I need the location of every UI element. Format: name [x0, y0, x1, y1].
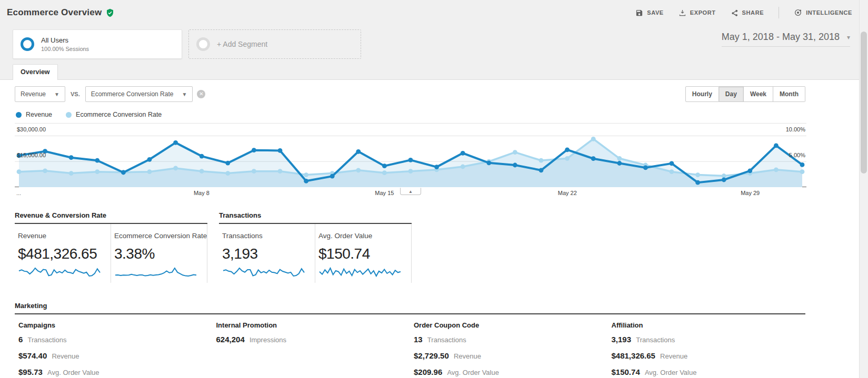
intelligence-label: INTELLIGENCE [806, 9, 852, 16]
save-icon [635, 9, 643, 17]
secondary-metric-label: Ecommerce Conversion Rate [91, 90, 174, 98]
scorecard-value: $150.74 [318, 246, 406, 262]
y-axis-tick-right-10: 10.00% [786, 126, 805, 132]
marketing-col-title: Internal Promotion [216, 321, 411, 329]
chart-plot-area[interactable]: $30,000.00 $15,000.00 10.00% 5.00% [15, 123, 806, 187]
granularity-toggle: Hourly Day Week Month [685, 86, 805, 102]
primary-metric-select[interactable]: Revenue ▼ [15, 86, 65, 102]
metric-row[interactable]: 6 Transactions [18, 335, 213, 344]
sparkline [18, 266, 101, 278]
metric-unit: Revenue [660, 352, 687, 360]
metric-row[interactable]: $150.74 Avg. Order Value [612, 367, 806, 376]
metric-row[interactable]: $574.40 Revenue [18, 351, 213, 360]
group-title: Revenue & Conversion Rate [15, 211, 207, 224]
metric-row[interactable]: $95.73 Avg. Order Value [18, 367, 213, 376]
metric-unit: Avg. Order Value [47, 369, 99, 376]
sparkline [114, 266, 197, 278]
marketing-col-title: Campaigns [18, 321, 213, 329]
date-range-picker[interactable]: May 1, 2018 - May 31, 2018 ▾ [722, 32, 850, 47]
scorecard-revenue[interactable]: Revenue $481,326.65 [15, 224, 111, 283]
vs-label: VS. [71, 91, 80, 97]
main-chart: $30,000.00 $15,000.00 10.00% 5.00% ... M… [15, 123, 806, 198]
vertical-scrollbar[interactable] [859, 0, 868, 378]
legend-conversion-label: Ecommerce Conversion Rate [76, 111, 162, 118]
metric-unit: Transactions [427, 336, 466, 344]
scorecard-section: Revenue & Conversion Rate Revenue $481,3… [15, 211, 868, 283]
tab-overview[interactable]: Overview [13, 64, 58, 80]
x-tick-may15: May 15 [375, 190, 394, 196]
remove-metric-icon[interactable]: ✕ [197, 90, 205, 98]
scorecard-avg-order-value[interactable]: Avg. Order Value $150.74 [315, 224, 412, 283]
granularity-month-button[interactable]: Month [773, 86, 805, 102]
marketing-section: Marketing Campaigns 6 Transactions $574.… [15, 302, 805, 378]
add-segment-label: + Add Segment [217, 40, 267, 48]
share-button[interactable]: SHARE [731, 9, 764, 17]
metric-row[interactable]: 624,204 Impressions [216, 335, 411, 344]
intelligence-icon [794, 8, 802, 17]
scorecard-value: 3.38% [114, 246, 202, 262]
marketing-col-internal-promotion: Internal Promotion 624,204 Impressions [213, 321, 411, 378]
scorecard-label: Revenue [18, 232, 105, 240]
conversion-dot-icon [66, 112, 72, 118]
y-axis-tick-left-15000: $15,000.00 [17, 152, 46, 158]
y-axis-tick-left-30000: $30,000.00 [17, 126, 46, 132]
marketing-title: Marketing [15, 302, 805, 314]
metric-row[interactable]: 13 Transactions [414, 335, 608, 344]
x-tick-may22: May 22 [558, 190, 577, 196]
scorecard-label: Avg. Order Value [318, 232, 406, 240]
metric-unit: Transactions [28, 336, 67, 344]
share-icon [731, 9, 739, 17]
add-segment-ring-icon [196, 37, 210, 51]
secondary-metric-select[interactable]: Ecommerce Conversion Rate ▼ [85, 86, 193, 102]
chevron-down-icon: ▼ [182, 91, 187, 97]
date-caret-icon: ▾ [847, 34, 850, 41]
metric-unit: Impressions [250, 336, 286, 344]
chart-collapse-handle[interactable]: ▲ [400, 188, 421, 195]
verified-shield-icon [106, 8, 114, 17]
group-title: Transactions [219, 211, 412, 224]
all-users-ring-icon [21, 37, 34, 51]
metric-value: 3,193 [612, 335, 632, 344]
export-button[interactable]: EXPORT [679, 9, 716, 17]
metric-value: $95.73 [18, 367, 43, 376]
x-tick-may8: May 8 [194, 190, 209, 196]
chart-controls: Revenue ▼ VS. Ecommerce Conversion Rate … [0, 80, 868, 102]
sparkline [222, 266, 305, 278]
scorecard-transactions[interactable]: Transactions 3,193 [219, 224, 315, 283]
metric-value: 624,204 [216, 335, 245, 344]
metric-unit: Avg. Order Value [447, 369, 499, 376]
marketing-col-title: Order Coupon Code [414, 321, 608, 329]
metric-value: $2,729.50 [414, 351, 449, 360]
segment-row: All Users 100.00% Sessions + Add Segment… [0, 25, 868, 64]
metric-unit: Transactions [636, 336, 675, 344]
intelligence-button[interactable]: INTELLIGENCE [794, 8, 852, 17]
date-range-text: May 1, 2018 - May 31, 2018 [722, 32, 840, 43]
sparkline [318, 266, 402, 278]
granularity-hourly-button[interactable]: Hourly [685, 86, 719, 102]
marketing-col-order-coupon-code: Order Coupon Code 13 Transactions $2,729… [410, 321, 608, 378]
export-icon [679, 9, 686, 17]
save-button[interactable]: SAVE [635, 9, 664, 17]
add-segment-button[interactable]: + Add Segment [188, 29, 361, 59]
metric-value: $150.74 [612, 367, 640, 376]
granularity-week-button[interactable]: Week [744, 86, 773, 102]
metric-row[interactable]: $481,326.65 Revenue [612, 351, 806, 360]
actions-divider [779, 7, 779, 18]
segment-title: All Users [41, 36, 89, 44]
scorecard-group-transactions: Transactions Transactions 3,193 Avg. Ord… [219, 211, 412, 283]
tab-row: Overview [0, 64, 868, 79]
scrollbar-thumb[interactable] [861, 32, 867, 173]
scorecard-group-revenue: Revenue & Conversion Rate Revenue $481,3… [15, 211, 207, 283]
x-tick-ellipsis: ... [16, 190, 21, 196]
metric-value: $574.40 [18, 351, 47, 360]
scorecard-conversion-rate[interactable]: Ecommerce Conversion Rate 3.38% [111, 224, 207, 283]
chart-legend: Revenue Ecommerce Conversion Rate [0, 102, 868, 118]
metric-row[interactable]: 3,193 Transactions [612, 335, 806, 344]
segment-all-users[interactable]: All Users 100.00% Sessions [13, 29, 182, 59]
granularity-day-button[interactable]: Day [719, 86, 744, 102]
legend-item-conversion: Ecommerce Conversion Rate [66, 111, 162, 118]
topbar-actions: SAVE EXPORT SHARE INTELLIGENCE [635, 7, 852, 18]
metric-row[interactable]: $2,729.50 Revenue [414, 351, 608, 360]
save-label: SAVE [647, 9, 664, 16]
metric-row[interactable]: $209.96 Avg. Order Value [414, 367, 608, 376]
